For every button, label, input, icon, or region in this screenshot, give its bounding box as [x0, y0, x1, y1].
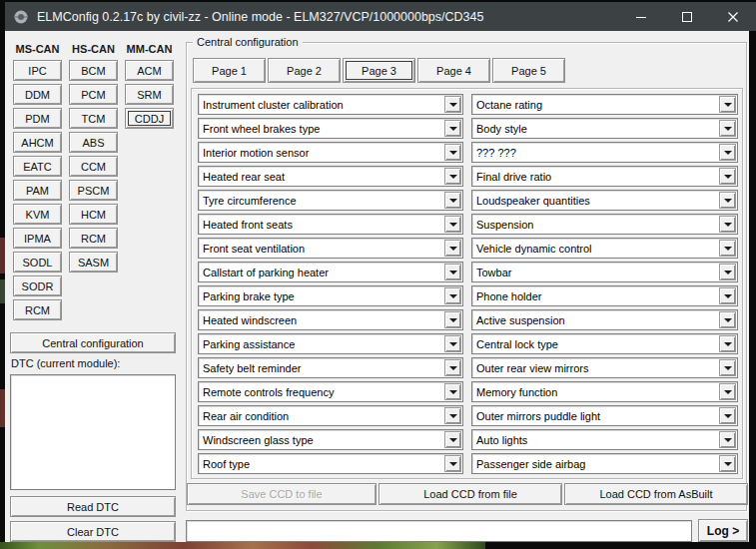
config-combobox[interactable]: Heated rear seat [198, 166, 463, 187]
chevron-down-icon[interactable] [444, 455, 461, 472]
module-button[interactable]: SASM [69, 252, 118, 273]
chevron-down-icon[interactable] [719, 144, 736, 161]
config-combobox[interactable]: Remote controls frequency [198, 381, 463, 402]
save-ccd-button[interactable]: Save CCD to file [187, 483, 377, 505]
chevron-down-icon[interactable] [444, 431, 461, 448]
chevron-down-icon[interactable] [719, 192, 736, 209]
close-button[interactable] [710, 2, 756, 31]
config-combobox[interactable]: Vehicle dynamic control [471, 238, 738, 259]
config-combobox[interactable]: Phone holder [471, 285, 738, 306]
config-combobox[interactable]: Roof type [198, 453, 463, 474]
config-combobox[interactable]: Auto lights [471, 429, 738, 450]
chevron-down-icon[interactable] [444, 359, 461, 376]
page-tab-button[interactable]: Page 1 [193, 58, 266, 83]
config-combobox[interactable]: Loudspeaker quantities [471, 190, 738, 211]
page-tab-button[interactable]: Page 2 [268, 58, 341, 83]
config-combobox[interactable]: Front wheel brakes type [198, 118, 463, 139]
chevron-down-icon[interactable] [719, 264, 736, 280]
module-button[interactable]: KVM [13, 204, 62, 225]
config-combobox[interactable]: Heated windscreen [198, 309, 463, 330]
config-combobox[interactable]: Rear air condition [198, 405, 463, 426]
module-button[interactable]: PAM [13, 180, 62, 201]
maximize-button[interactable] [664, 2, 710, 31]
module-button[interactable]: HCM [69, 204, 118, 225]
chevron-down-icon[interactable] [444, 383, 461, 400]
chevron-down-icon[interactable] [719, 335, 736, 352]
chevron-down-icon[interactable] [444, 407, 461, 424]
config-combobox[interactable]: Outer rear view mirrors [471, 357, 738, 378]
chevron-down-icon[interactable] [444, 192, 461, 209]
config-combobox[interactable]: Central lock type [471, 333, 738, 354]
module-button[interactable]: BCM [69, 60, 118, 81]
config-combobox[interactable]: Windscreen glass type [198, 429, 463, 450]
config-combobox[interactable]: Outer mirrors puddle light [471, 405, 738, 426]
module-button[interactable]: ABS [69, 132, 118, 153]
page-tab-button[interactable]: Page 4 [417, 58, 490, 83]
config-combobox[interactable]: Body style [471, 118, 738, 139]
chevron-down-icon[interactable] [444, 240, 461, 257]
module-button[interactable]: PSCM [69, 180, 118, 201]
chevron-down-icon[interactable] [719, 240, 736, 257]
module-button[interactable]: PCM [69, 84, 118, 105]
central-configuration-button[interactable]: Central configuration [10, 332, 176, 353]
chevron-down-icon[interactable] [719, 431, 736, 448]
config-combobox[interactable]: Memory function [471, 381, 738, 402]
config-combobox[interactable]: Parking assistance [198, 333, 463, 354]
config-combobox[interactable]: Active suspension [471, 309, 738, 330]
chevron-down-icon[interactable] [719, 120, 736, 137]
module-button[interactable]: EATC [13, 156, 62, 177]
minimize-button[interactable] [618, 2, 664, 31]
chevron-down-icon[interactable] [444, 287, 461, 304]
config-combobox[interactable]: Octane rating [471, 94, 738, 115]
dtc-listbox[interactable] [10, 374, 176, 490]
config-combobox[interactable]: Suspension [471, 214, 738, 235]
module-button[interactable]: SODL [13, 252, 62, 273]
chevron-down-icon[interactable] [719, 407, 736, 424]
chevron-down-icon[interactable] [444, 96, 461, 113]
chevron-down-icon[interactable] [719, 168, 736, 185]
chevron-down-icon[interactable] [444, 311, 461, 328]
config-combobox[interactable]: Instrument cluster calibration [198, 94, 463, 115]
module-button[interactable]: IPMA [13, 228, 62, 249]
chevron-down-icon[interactable] [444, 216, 461, 233]
chevron-down-icon[interactable] [719, 96, 736, 113]
module-button[interactable]: SODR [13, 275, 62, 296]
load-ccd-from-asbuilt-button[interactable]: Load CCD from AsBuilt [564, 483, 748, 505]
module-button[interactable]: CDDJ [125, 108, 174, 129]
config-combobox[interactable]: Passenger side airbag [471, 453, 738, 474]
module-button[interactable]: IPC [13, 60, 62, 81]
chevron-down-icon[interactable] [719, 216, 736, 233]
chevron-down-icon[interactable] [719, 359, 736, 376]
chevron-down-icon[interactable] [444, 120, 461, 137]
page-tab-button[interactable]: Page 3 [343, 58, 415, 83]
page-tab-button[interactable]: Page 5 [492, 58, 565, 83]
command-input[interactable] [186, 520, 692, 542]
module-button[interactable]: ACM [125, 60, 174, 81]
module-button[interactable]: TCM [69, 108, 118, 129]
module-button[interactable]: PDM [13, 108, 62, 129]
config-combobox[interactable]: Parking brake type [198, 285, 463, 306]
config-combobox[interactable]: ??? ??? [471, 142, 738, 163]
load-ccd-from-file-button[interactable]: Load CCD from file [378, 483, 562, 505]
module-button[interactable]: CCM [69, 156, 118, 177]
read-dtc-button[interactable]: Read DTC [10, 496, 176, 517]
chevron-down-icon[interactable] [444, 264, 461, 280]
chevron-down-icon[interactable] [719, 311, 736, 328]
config-combobox[interactable]: Callstart of parking heater [198, 262, 463, 282]
module-button[interactable]: AHCM [13, 132, 62, 153]
chevron-down-icon[interactable] [444, 335, 461, 352]
config-combobox[interactable]: Tyre circumference [198, 190, 463, 211]
clear-dtc-button[interactable]: Clear DTC [10, 521, 176, 542]
chevron-down-icon[interactable] [719, 383, 736, 400]
config-combobox[interactable]: Front seat ventilation [198, 238, 463, 259]
config-combobox[interactable]: Heated front seats [198, 214, 463, 235]
chevron-down-icon[interactable] [444, 168, 461, 185]
config-combobox[interactable]: Final drive ratio [471, 166, 738, 187]
module-button[interactable]: RCM [69, 228, 118, 249]
log-button[interactable]: Log > [698, 519, 748, 542]
chevron-down-icon[interactable] [719, 455, 736, 472]
module-button[interactable]: DDM [13, 84, 62, 105]
config-combobox[interactable]: Safety belt reminder [198, 357, 463, 378]
chevron-down-icon[interactable] [719, 287, 736, 304]
module-button[interactable]: RCM [13, 299, 62, 320]
